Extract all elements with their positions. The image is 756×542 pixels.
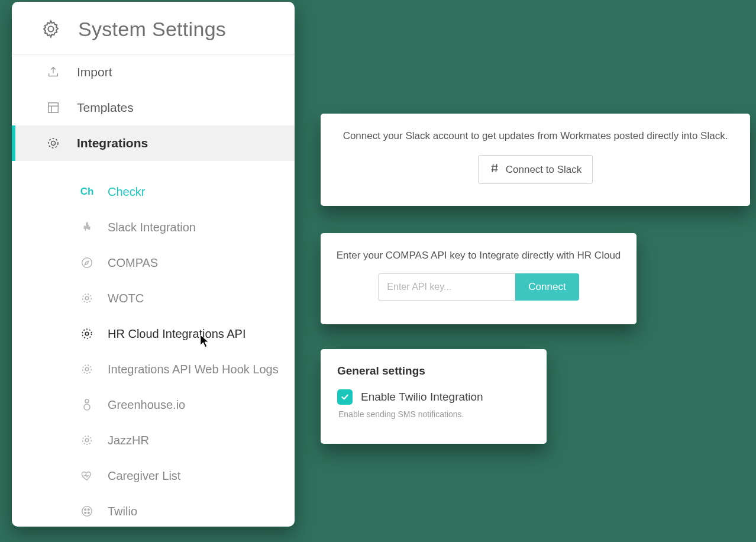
svg-rect-1 <box>49 103 59 113</box>
gear-icon <box>79 433 95 448</box>
menu-item-templates[interactable]: Templates <box>12 90 295 125</box>
sidebar-header: System Settings <box>12 2 295 54</box>
settings-gear-icon <box>39 17 63 41</box>
sub-item-slack[interactable]: Slack Integration <box>12 209 295 245</box>
svg-point-11 <box>85 399 89 403</box>
gear-icon <box>79 326 95 341</box>
compass-icon <box>79 255 95 270</box>
sub-item-label: WOTC <box>108 292 144 305</box>
svg-point-12 <box>84 404 90 410</box>
sub-item-hr-cloud-api[interactable]: HR Cloud Integrations API <box>12 316 295 351</box>
sub-item-webhook-logs[interactable]: Integrations API Web Hook Logs <box>12 351 295 387</box>
api-input-group: Connect <box>378 273 579 301</box>
twilio-settings-card: General settings Enable Twilio Integrati… <box>321 349 547 444</box>
svg-point-19 <box>88 512 89 514</box>
sub-item-label: Checkr <box>108 185 145 199</box>
card-heading: General settings <box>337 364 530 378</box>
enable-twilio-row: Enable Twilio Integration <box>337 389 530 405</box>
sidebar-menu: Import Templates Integrations Ch Checkr <box>12 54 295 527</box>
svg-point-2 <box>49 138 58 148</box>
sub-item-label: Greenhouse.io <box>108 398 185 412</box>
heart-pulse-icon <box>79 468 95 483</box>
sub-item-twilio[interactable]: Twilio <box>12 493 295 527</box>
svg-point-15 <box>82 506 92 517</box>
integrations-submenu: Ch Checkr Slack Integration COMPAS W <box>12 161 295 527</box>
menu-item-integrations[interactable]: Integrations <box>12 125 295 161</box>
svg-point-9 <box>85 367 89 371</box>
sub-item-jazzhr[interactable]: JazzHR <box>12 422 295 458</box>
layout-icon <box>45 99 62 116</box>
greenhouse-icon <box>79 397 95 412</box>
svg-point-7 <box>85 332 89 335</box>
integrations-icon <box>45 135 62 151</box>
sub-item-label: JazzHR <box>108 434 149 447</box>
slack-connect-card: Connect your Slack account to get update… <box>321 114 750 206</box>
sub-item-compas[interactable]: COMPAS <box>12 245 295 280</box>
connect-slack-button[interactable]: Connect to Slack <box>478 155 593 184</box>
slack-description: Connect your Slack account to get update… <box>336 130 735 142</box>
menu-item-import[interactable]: Import <box>12 54 295 90</box>
svg-point-4 <box>82 258 92 268</box>
sub-item-label: HR Cloud Integrations API <box>108 327 245 341</box>
compas-description: Enter your COMPAS API key to Integrate d… <box>335 250 622 262</box>
sub-item-caregiver[interactable]: Caregiver List <box>12 458 295 493</box>
puzzle-icon <box>79 220 95 235</box>
svg-point-18 <box>85 512 86 514</box>
page-title: System Settings <box>78 18 226 41</box>
connect-compas-button[interactable]: Connect <box>515 273 579 301</box>
twilio-icon <box>79 504 95 519</box>
menu-item-label: Integrations <box>77 136 148 150</box>
button-label: Connect <box>528 281 566 292</box>
gear-icon <box>79 291 95 306</box>
svg-point-17 <box>88 509 89 511</box>
svg-point-6 <box>83 294 92 303</box>
svg-point-13 <box>85 438 89 442</box>
api-key-input[interactable] <box>378 273 515 301</box>
svg-point-5 <box>85 296 89 300</box>
menu-item-label: Templates <box>77 101 134 115</box>
svg-point-3 <box>51 141 56 146</box>
sub-item-label: Slack Integration <box>108 221 196 234</box>
sub-item-checkr[interactable]: Ch Checkr <box>12 174 295 209</box>
slack-hash-icon <box>489 163 500 176</box>
svg-point-14 <box>83 436 92 445</box>
svg-point-16 <box>85 509 86 511</box>
svg-point-0 <box>48 26 53 31</box>
compas-api-card: Enter your COMPAS API key to Integrate d… <box>321 233 637 324</box>
sub-item-wotc[interactable]: WOTC <box>12 280 295 316</box>
sub-item-label: Twilio <box>108 505 137 518</box>
enable-twilio-checkbox[interactable] <box>337 389 353 405</box>
button-label: Connect to Slack <box>506 164 582 176</box>
sub-item-greenhouse[interactable]: Greenhouse.io <box>12 387 295 422</box>
sub-item-label: Caregiver List <box>108 469 180 483</box>
settings-sidebar: System Settings Import Templates <box>12 2 295 527</box>
gear-icon <box>79 362 95 377</box>
svg-point-10 <box>83 365 92 374</box>
upload-icon <box>45 64 62 80</box>
checkbox-label: Enable Twilio Integration <box>361 391 483 404</box>
sub-item-label: COMPAS <box>108 256 158 270</box>
sub-item-label: Integrations API Web Hook Logs <box>108 363 279 376</box>
checkr-icon: Ch <box>79 184 95 199</box>
menu-item-label: Import <box>77 65 112 79</box>
svg-point-8 <box>82 329 92 338</box>
checkbox-description: Enable sending SMS notifications. <box>337 409 530 419</box>
